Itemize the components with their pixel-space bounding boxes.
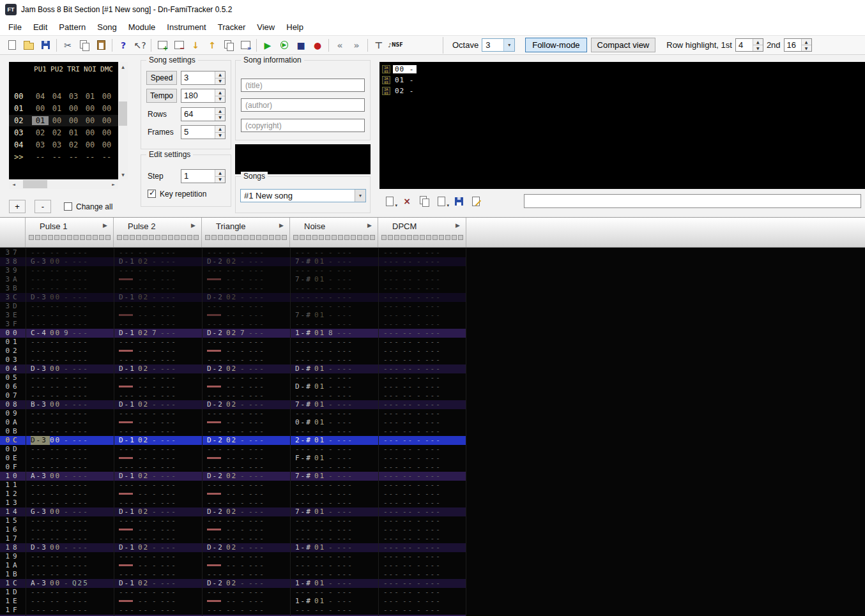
pattern-cell[interactable]: --------- xyxy=(290,356,378,364)
spin-down-icon[interactable]: ▼ xyxy=(802,45,811,51)
add-frame-icon[interactable]: + xyxy=(154,38,171,53)
pattern-cell[interactable]: --------- xyxy=(378,561,466,570)
pattern-cell[interactable]: ------ xyxy=(202,561,290,570)
pattern-cell[interactable]: --------- xyxy=(114,320,202,329)
pattern-cell[interactable]: 7-#01---- xyxy=(290,507,378,516)
pattern-cell[interactable]: ------ xyxy=(202,418,290,427)
scroll-down-icon[interactable]: ▼ xyxy=(118,170,128,179)
pattern-cell[interactable]: A-300---- xyxy=(26,472,114,481)
pattern-cell[interactable]: --------- xyxy=(114,409,202,418)
pattern-cell[interactable]: D-#01---- xyxy=(290,382,378,391)
pattern-cell[interactable]: ------ xyxy=(202,454,290,463)
spinner-arrows[interactable]: ▲▼ xyxy=(215,170,225,183)
pattern-cell[interactable]: --------- xyxy=(26,481,114,490)
pattern-cell[interactable]: ------ xyxy=(202,597,290,606)
save-instrument-icon[interactable] xyxy=(451,194,466,208)
pattern-cell[interactable]: --------- xyxy=(26,570,114,579)
spin-up-icon[interactable]: ▲ xyxy=(215,71,225,79)
frame-row-01[interactable]: 010001000000 xyxy=(9,103,118,114)
pattern-cell[interactable]: --------- xyxy=(26,266,114,275)
row-highlight-1st-spinner[interactable]: 4 ▲▼ xyxy=(735,38,763,52)
pattern-cell[interactable]: --------- xyxy=(114,481,202,490)
pattern-row-05[interactable]: 05--------------------------------------… xyxy=(0,373,466,382)
pattern-cell[interactable]: --------- xyxy=(26,391,114,400)
pattern-row-3A[interactable]: 3A---------------------7-#01------------… xyxy=(0,275,466,284)
pattern-cell[interactable]: --------- xyxy=(290,445,378,454)
pattern-cell[interactable]: --------- xyxy=(202,445,290,454)
pattern-cell[interactable]: ------ xyxy=(202,275,290,284)
pattern-cell[interactable]: D-300---- xyxy=(26,436,114,445)
pattern-cell[interactable]: --------- xyxy=(26,516,114,525)
pattern-row-18[interactable]: 18D-300----D-102----D-202----1-#01------… xyxy=(0,543,466,552)
menu-file[interactable]: File xyxy=(3,19,27,36)
channel-header-pulse-2[interactable]: Pulse 2▶ xyxy=(114,218,202,247)
pattern-cell[interactable]: B-300---- xyxy=(26,400,114,409)
pattern-cell[interactable]: --------- xyxy=(114,248,202,257)
pattern-rows[interactable]: 37--------------------------------------… xyxy=(0,248,466,616)
save-file-icon[interactable] xyxy=(37,38,54,53)
pattern-cell[interactable]: --------- xyxy=(378,418,466,427)
pattern-cell[interactable]: --------- xyxy=(202,409,290,418)
duplicate-patterns-icon[interactable]: » xyxy=(237,38,254,53)
pattern-cell[interactable]: D-202---- xyxy=(202,293,290,302)
channel-expand-icon[interactable]: ▶ xyxy=(103,222,107,229)
pattern-cell[interactable]: --------- xyxy=(202,570,290,579)
pattern-cell[interactable]: --------- xyxy=(290,391,378,400)
pattern-cell[interactable]: D-202---- xyxy=(202,579,290,588)
pattern-cell[interactable]: --------- xyxy=(26,302,114,311)
pattern-cell[interactable]: --------- xyxy=(26,338,114,347)
channel-header-noise[interactable]: Noise▶ xyxy=(290,218,378,247)
pattern-cell[interactable]: --------- xyxy=(114,302,202,311)
pattern-cell[interactable]: --------- xyxy=(378,490,466,499)
frame-row-00[interactable]: 000404030100 xyxy=(9,91,118,102)
pattern-cell[interactable]: ------ xyxy=(202,490,290,499)
instrument-00[interactable]: 2A0300 - xyxy=(379,64,417,75)
pattern-row-1E[interactable]: 1E---------------------1-#01------------… xyxy=(0,597,466,606)
pattern-cell[interactable]: --------- xyxy=(26,534,114,543)
pattern-cell[interactable]: --------- xyxy=(290,302,378,311)
pattern-cell[interactable]: --------- xyxy=(378,311,466,320)
pattern-cell[interactable]: --------- xyxy=(202,463,290,472)
pattern-cell[interactable]: --------- xyxy=(290,427,378,436)
pattern-row-0D[interactable]: 0D--------------------------------------… xyxy=(0,445,466,454)
tempo-button[interactable]: Tempo xyxy=(146,89,177,103)
spin-up-icon[interactable]: ▲ xyxy=(215,170,225,177)
pattern-cell[interactable]: --------- xyxy=(26,284,114,293)
copyright-input[interactable] xyxy=(241,119,365,132)
change-all-checkbox[interactable] xyxy=(64,202,72,211)
channel-header-pulse-1[interactable]: Pulse 1▶ xyxy=(26,218,114,247)
previous-song-icon[interactable]: « xyxy=(332,38,348,53)
pattern-cell[interactable]: --------- xyxy=(202,356,290,364)
pattern-cell[interactable]: --------- xyxy=(114,266,202,275)
pattern-row-10[interactable]: 10A-300----D-102----D-202----7-#01------… xyxy=(0,472,466,481)
next-song-icon[interactable]: » xyxy=(348,38,365,53)
pattern-cell[interactable]: A-300-Q25 xyxy=(26,579,114,588)
pattern-cell[interactable]: --------- xyxy=(290,481,378,490)
pattern-cell[interactable]: --------- xyxy=(26,311,114,320)
pattern-cell[interactable]: --------- xyxy=(378,445,466,454)
load-instrument-icon[interactable]: ▾ xyxy=(434,194,449,208)
pattern-cell[interactable]: ------ xyxy=(114,597,202,606)
pattern-cell[interactable]: --------- xyxy=(26,445,114,454)
key-repetition-checkbox[interactable] xyxy=(148,190,156,198)
compact-view-button[interactable]: Compact view xyxy=(591,38,656,52)
pattern-cell[interactable]: D-102---- xyxy=(114,436,202,445)
spin-up-icon[interactable]: ▲ xyxy=(802,39,811,45)
follow-mode-button[interactable]: Follow-mode xyxy=(525,38,586,52)
pattern-cell[interactable]: ------ xyxy=(202,311,290,320)
pattern-row-37[interactable]: 37--------------------------------------… xyxy=(0,248,466,257)
pattern-row-0C[interactable]: 0CD-300----D-102----D-202----2-#01------… xyxy=(0,436,466,445)
pattern-cell[interactable]: --------- xyxy=(202,266,290,275)
channel-expand-icon[interactable]: ▶ xyxy=(191,222,195,229)
pattern-cell[interactable]: --------- xyxy=(114,516,202,525)
pattern-cell[interactable]: --------- xyxy=(202,499,290,507)
open-file-icon[interactable] xyxy=(20,38,37,53)
pattern-row-3D[interactable]: 3D--------------------------------------… xyxy=(0,302,466,311)
pattern-cell[interactable]: --------- xyxy=(114,373,202,382)
pattern-cell[interactable]: D-102---- xyxy=(114,364,202,373)
pattern-cell[interactable]: --------- xyxy=(290,373,378,382)
spin-down-icon[interactable]: ▼ xyxy=(215,133,225,139)
pattern-row-38[interactable]: 38G-300----D-102----D-202----7-#01------… xyxy=(0,257,466,266)
pattern-cell[interactable]: --------- xyxy=(290,248,378,257)
pattern-cell[interactable]: D-202---- xyxy=(202,543,290,552)
